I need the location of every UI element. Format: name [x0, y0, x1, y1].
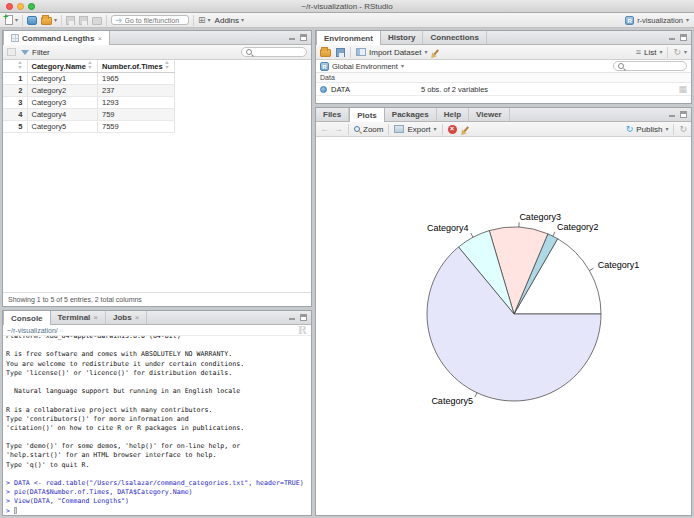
new-file-button[interactable]: ▾ [5, 15, 18, 25]
clear-objects-broom-icon[interactable] [433, 49, 439, 56]
maximize-pane-icon[interactable] [300, 314, 307, 321]
sort-icon [165, 61, 170, 69]
table-footer-status: Showing 1 to 5 of 5 entries, 2 total col… [3, 292, 311, 306]
remove-plot-icon[interactable]: × [448, 125, 457, 134]
view-table-icon[interactable]: ▦ [678, 85, 687, 94]
new-project-icon[interactable] [27, 16, 37, 25]
pane-window-buttons [288, 31, 311, 44]
window-titlebar: ~/r-visualization - RStudio [0, 0, 694, 13]
view-options-icon[interactable] [7, 48, 16, 56]
console-input-line: > View(DATA, "Command Lengths") [6, 497, 308, 506]
project-selector[interactable]: R r-visualization ▾ [625, 16, 689, 25]
maximize-pane-icon[interactable] [680, 34, 687, 41]
home-icon[interactable]: ⌂ [60, 327, 64, 333]
tab-command-lengths[interactable]: Command Lengths × [3, 31, 110, 45]
refresh-plot-icon[interactable]: ↻ [679, 125, 687, 134]
r-logo-icon: R [298, 325, 307, 336]
print-icon[interactable] [92, 17, 102, 25]
column-header-number-of-times[interactable]: Number.of.Times [97, 60, 174, 73]
import-dataset-button[interactable]: Import Dataset ▾ [356, 48, 427, 57]
chevron-down-icon: ▾ [208, 17, 211, 23]
chevron-down-icon: ▾ [434, 126, 437, 132]
open-workspace-icon[interactable] [320, 49, 331, 57]
list-view-button[interactable]: ≡ List ▾ [636, 48, 663, 57]
table-cell: Category4 [27, 109, 97, 121]
column-header-category-name[interactable]: Category.Name [27, 60, 97, 73]
tab-terminal[interactable]: Terminal× [51, 311, 106, 324]
table-cell: 1293 [97, 97, 174, 109]
export-image-icon [394, 125, 404, 133]
save-workspace-icon[interactable] [336, 48, 345, 57]
data-viewer-pane: Command Lengths × Filter [2, 30, 312, 307]
toolbar-separator [667, 47, 668, 58]
maximize-pane-icon[interactable] [680, 111, 687, 118]
minimize-pane-icon[interactable] [288, 34, 296, 41]
pane-window-buttons [668, 31, 691, 44]
environment-toolbar: Import Dataset ▾ ≡ List ▾ ↻ ▾ [316, 45, 691, 60]
environment-pane: Environment History Connections Import D… [315, 30, 692, 104]
table-cell: 7559 [97, 121, 174, 133]
panes-grid-icon: ⊞ [198, 16, 206, 25]
table-row: 4Category4759 [3, 109, 174, 121]
chevron-down-icon: ▾ [241, 17, 244, 23]
console-output[interactable]: Platform: x86_64-apple-darwin13.6.0 (64-… [3, 336, 311, 515]
close-icon[interactable]: × [135, 313, 140, 322]
console-output-line: Type 'q()' to quit R. [6, 461, 308, 470]
zoom-plot-button[interactable]: Zoom [354, 125, 383, 134]
chevron-down-icon: ▾ [684, 49, 687, 55]
sort-icon [18, 61, 23, 69]
publish-button[interactable]: ↻ Publish ▾ [626, 125, 669, 134]
addins-button[interactable]: Addins▾ [215, 16, 244, 25]
tab-console[interactable]: Console [3, 311, 51, 325]
save-all-icon[interactable] [79, 16, 88, 25]
tab-history[interactable]: History [381, 31, 424, 44]
tab-viewer[interactable]: Viewer [469, 108, 510, 121]
previous-plot-icon[interactable]: ← [320, 125, 329, 134]
pane-layout-button[interactable]: ⊞▾ [198, 16, 211, 25]
console-output-line: R is a collaborative project with many c… [6, 406, 308, 415]
console-output-line: You are welcome to redistribute it under… [6, 360, 308, 369]
tab-connections[interactable]: Connections [423, 31, 486, 44]
environment-object-row[interactable]: DATA 5 obs. of 2 variables ▦ [316, 83, 691, 96]
table-search-box[interactable] [241, 47, 307, 57]
tab-label: Files [323, 110, 341, 119]
environment-search-box[interactable] [613, 61, 687, 71]
close-icon[interactable]: × [97, 34, 102, 43]
tab-label: Console [11, 314, 43, 323]
scope-selector[interactable]: Global Environment ▾ [332, 62, 404, 71]
clear-plots-broom-icon[interactable] [463, 126, 469, 133]
pie-label-tick [553, 232, 555, 236]
save-icon[interactable] [66, 16, 75, 25]
console-pane: Console Terminal× Jobs× ~/r-visualizatio… [2, 310, 312, 516]
console-prompt[interactable]: > [6, 507, 308, 515]
tab-environment[interactable]: Environment [316, 31, 381, 45]
tab-jobs[interactable]: Jobs× [106, 311, 147, 324]
minimize-pane-icon[interactable] [668, 34, 676, 41]
minimize-pane-icon[interactable] [668, 111, 676, 118]
tab-help[interactable]: Help [437, 108, 469, 121]
minimize-pane-icon[interactable] [288, 314, 296, 321]
environment-search-input[interactable] [626, 63, 674, 70]
tab-files[interactable]: Files [316, 108, 349, 121]
open-file-button[interactable]: ▾ [41, 15, 57, 25]
row-number-header[interactable] [3, 60, 27, 73]
refresh-environment-button[interactable]: ↻ ▾ [673, 48, 687, 57]
filter-funnel-icon [21, 50, 29, 55]
list-icon: ≡ [636, 48, 641, 57]
tab-packages[interactable]: Packages [385, 108, 437, 121]
console-output-line: 'citation()' on how to cite R or R packa… [6, 424, 308, 433]
next-plot-icon[interactable]: → [334, 125, 343, 134]
table-cell: Category2 [27, 85, 97, 97]
data-table-body: Category.Name Number.of.Times 1Category1… [3, 60, 311, 292]
goto-file-input[interactable] [125, 17, 185, 24]
tab-plots[interactable]: Plots [349, 108, 385, 122]
goto-file-box[interactable]: ➜ [111, 15, 189, 25]
maximize-pane-icon[interactable] [300, 34, 307, 41]
filter-button[interactable]: Filter [21, 48, 50, 57]
console-output-line [6, 341, 308, 350]
export-plot-button[interactable]: Export ▾ [394, 125, 436, 134]
tab-label: Connections [430, 33, 478, 42]
right-column: Environment History Connections Import D… [315, 30, 692, 516]
table-search-input[interactable] [254, 49, 302, 56]
close-icon[interactable]: × [93, 313, 98, 322]
